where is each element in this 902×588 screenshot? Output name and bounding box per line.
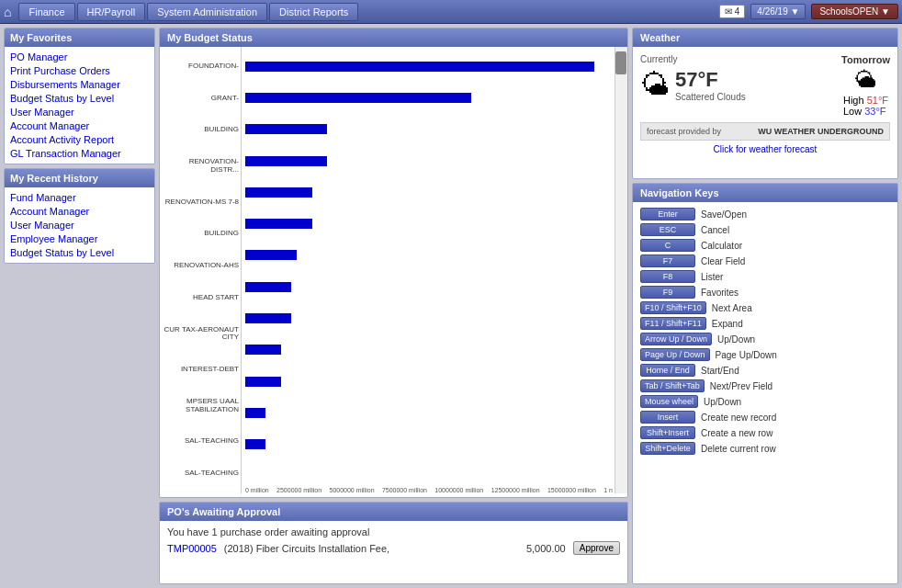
nav-keys-header: Navigation Keys [633,184,897,202]
chart-bar-row-0 [245,61,613,72]
x-label-4: 10000000 million [434,487,483,493]
key-row-2: CCalculator [640,239,890,252]
chart-label-11: SAL-TEACHING [162,437,239,446]
po-panel: PO's Awaiting Approval You have 1 purcha… [159,502,628,584]
key-desc-0: Save/Open [701,209,747,220]
mail-badge[interactable]: ✉ 4 [719,5,745,18]
nav-keys-content: EnterSave/OpenESCCancelCCalculatorF7Clea… [633,202,897,460]
key-badge-13: Insert [640,411,695,424]
history-link-account-manager[interactable]: Account Manager [10,205,149,218]
key-desc-1: Cancel [701,225,729,235]
nav-sysadmin[interactable]: System Administration [147,3,267,21]
sidebar-link-print-po[interactable]: Print Purchase Orders [10,64,149,77]
chart-scrollbar[interactable] [614,47,627,493]
key-badge-8: Arrow Up / Down [640,333,712,345]
chart-bar-10 [245,377,281,387]
po-number-link[interactable]: TMP00005 [167,543,217,554]
history-links: Fund Manager Account Manager User Manage… [5,187,154,263]
tomorrow-temps: High 51°F Low 33°F [843,95,888,117]
main-layout: My Favorites PO Manager Print Purchase O… [0,24,902,588]
sidebar-link-gl-transaction[interactable]: GL Transaction Manager [10,147,149,160]
chart-bar-4 [245,187,312,198]
chart-bar-0 [245,62,594,72]
sidebar-link-disbursements[interactable]: Disbursements Manager [10,78,149,91]
key-desc-6: Next Area [712,303,752,313]
right-panel: Weather Currently 🌤 57°F Scattered Cloud… [632,28,898,584]
nav-keys-panel: Navigation Keys EnterSave/OpenESCCancelC… [632,183,898,584]
chart-scrollbar-thumb[interactable] [615,51,626,74]
key-row-14: Shift+InsertCreate a new row [640,426,890,439]
key-badge-3: F7 [640,254,695,267]
chart-bar-6 [245,250,297,260]
key-badge-11: Tab / Shift+Tab [640,379,705,392]
nav-hrpayroll[interactable]: HR/Payroll [77,3,146,21]
sidebar-link-budget-status[interactable]: Budget Status by Level [10,92,149,105]
chart-bar-2 [245,124,327,134]
key-row-0: EnterSave/Open [640,208,890,220]
chart-bar-row-8 [245,313,613,324]
key-desc-9: Page Up/Down [716,350,777,360]
current-weather-icon: 🌤 [640,68,670,102]
chart-bar-1 [245,93,471,103]
date-badge[interactable]: 4/26/19 ▼ [750,4,806,19]
key-desc-10: Start/End [701,366,739,376]
weather-footer: forecast provided by WU WEATHER UNDERGRO… [640,122,890,141]
key-badge-14: Shift+Insert [640,426,695,439]
current-temp: 57°F [675,68,746,92]
x-label-0: 0 million [245,487,269,493]
chart-label-3: RENOVATION-DISTR... [162,158,239,175]
key-row-5: F9Favorites [640,286,890,299]
chart-bar-row-3 [245,155,613,166]
favorites-section: My Favorites PO Manager Print Purchase O… [4,28,155,164]
key-badge-10: Home / End [640,364,695,377]
low-temp: 33°F [864,106,885,117]
favorites-header: My Favorites [5,28,154,47]
nav-finance[interactable]: Finance [18,3,74,21]
center-panel: My Budget Status FOUNDATION- GRANT- BUIL… [159,28,628,584]
nav-districtreports[interactable]: District Reports [269,3,358,21]
chart-bar-9 [245,345,281,355]
chart-bar-row-1 [245,92,613,103]
key-desc-11: Next/Prev Field [710,381,772,391]
x-label-1: 2500000 million [276,487,321,493]
sidebar: My Favorites PO Manager Print Purchase O… [4,28,155,584]
schools-badge[interactable]: SchoolsOPEN ▼ [811,4,898,19]
chart-label-5: BUILDING [162,230,239,238]
wu-logo: WU WEATHER UNDERGROUND [758,127,884,136]
chart-label-0: FOUNDATION- [162,62,239,71]
chart-bar-7 [245,282,291,292]
weather-row: Currently 🌤 57°F Scattered Clouds Tomorr… [640,54,890,117]
sidebar-link-account-manager[interactable]: Account Manager [10,119,149,132]
tomorrow-weather-icon: 🌥 [855,67,877,93]
budget-chart: FOUNDATION- GRANT- BUILDING RENOVATION-D… [160,47,627,493]
home-icon[interactable]: ⌂ [4,5,11,19]
x-label-5: 12500000 million [491,487,540,493]
sidebar-link-user-manager[interactable]: User Manager [10,106,149,119]
key-desc-2: Calculator [701,241,742,251]
history-section: My Recent History Fund Manager Account M… [4,168,155,264]
currently-section: Currently 🌤 57°F Scattered Clouds [640,54,746,102]
history-link-fund-manager[interactable]: Fund Manager [10,191,149,204]
weather-header: Weather [633,28,897,47]
chart-bar-row-9 [245,345,613,356]
weather-content: Currently 🌤 57°F Scattered Clouds Tomorr… [633,47,897,162]
sidebar-link-po-manager[interactable]: PO Manager [10,51,149,63]
key-desc-14: Create a new row [701,428,772,438]
history-link-budget-status[interactable]: Budget Status by Level [10,246,149,259]
approve-button[interactable]: Approve [573,541,620,555]
chart-bar-row-4 [245,187,613,198]
key-desc-8: Up/Down [717,334,755,345]
chart-bar-11 [245,408,265,418]
currently-label: Currently [640,54,746,64]
key-row-4: F8Lister [640,270,890,283]
po-amount: 5,000.00 [526,543,566,554]
history-link-user-manager[interactable]: User Manager [10,219,149,232]
po-header: PO's Awaiting Approval [160,503,627,521]
key-badge-12: Mouse wheel [640,395,698,408]
history-link-employee-manager[interactable]: Employee Manager [10,232,149,245]
chart-bar-row-7 [245,281,613,292]
key-badge-7: F11 / Shift+F11 [640,317,706,330]
chart-label-9: INTEREST-DEBT [162,366,239,374]
click-forecast-link[interactable]: Click for weather forecast [640,144,890,154]
sidebar-link-account-activity[interactable]: Account Activity Report [10,133,149,146]
